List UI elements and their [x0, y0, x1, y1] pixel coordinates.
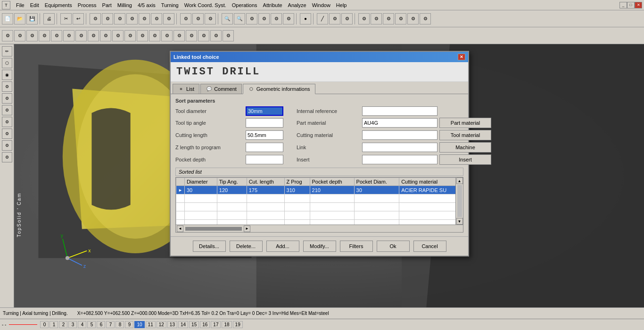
add-btn[interactable]: Add...: [266, 241, 299, 252]
link-input[interactable]: [362, 143, 438, 152]
btn-t9[interactable]: ⚙: [192, 13, 204, 24]
menu-operations[interactable]: Operations: [229, 1, 260, 9]
internal-ref-input[interactable]: [362, 106, 438, 116]
hscroll-right[interactable]: ►: [244, 225, 250, 232]
page-0[interactable]: 0: [40, 321, 49, 328]
btn2-1[interactable]: ⚙: [2, 30, 13, 41]
page-5[interactable]: 5: [87, 321, 96, 328]
table-vscroll[interactable]: ▲ ▼: [455, 177, 463, 225]
btn-new[interactable]: 📄: [2, 13, 13, 24]
btn-t1[interactable]: ⚙: [90, 13, 101, 24]
vscroll-down[interactable]: ▼: [456, 218, 463, 225]
btn-t14[interactable]: ⚙: [258, 13, 270, 24]
page-19[interactable]: 19: [233, 321, 243, 328]
btn2-3[interactable]: ⚙: [26, 30, 38, 41]
btn2-8[interactable]: ⚙: [88, 30, 99, 41]
btn-t4[interactable]: ⚙: [126, 13, 138, 24]
sidebar-btn-2[interactable]: ⬡: [2, 58, 12, 68]
btn2-16[interactable]: ⚙: [186, 30, 197, 41]
dialog-close-btn[interactable]: ✕: [458, 54, 465, 60]
btn2-15[interactable]: ⚙: [173, 30, 185, 41]
window-maximize[interactable]: □: [627, 2, 635, 8]
menu-help[interactable]: Help: [333, 1, 350, 9]
page-3[interactable]: 3: [68, 321, 77, 328]
btn-line[interactable]: ╱: [317, 13, 328, 24]
menu-turning[interactable]: Turning: [158, 1, 182, 9]
menu-milling[interactable]: Milling: [115, 1, 135, 9]
btn-cam2[interactable]: ⚙: [371, 13, 382, 24]
tab-list[interactable]: ≡ List: [173, 84, 199, 94]
sidebar-btn-10[interactable]: ⚙: [2, 152, 12, 162]
btn-t3[interactable]: ⚙: [114, 13, 125, 24]
table-row[interactable]: [176, 203, 463, 211]
menu-4-5-axis[interactable]: 4/5 axis: [135, 1, 158, 9]
part-material-btn[interactable]: Part material: [439, 118, 491, 128]
table-row[interactable]: [176, 194, 463, 203]
btn-t16[interactable]: ⚙: [283, 13, 294, 24]
tab-geometric[interactable]: ⬡ Geometric informations: [243, 84, 315, 94]
btn-cam4[interactable]: ⚙: [395, 13, 406, 24]
page-14[interactable]: 14: [178, 321, 188, 328]
pocket-depth-input[interactable]: [246, 155, 283, 164]
page-18[interactable]: 18: [222, 321, 231, 328]
sidebar-btn-3[interactable]: ◉: [2, 70, 12, 80]
modify-btn[interactable]: Modify...: [303, 241, 336, 252]
page-6[interactable]: 6: [97, 321, 105, 328]
tool-tip-angle-input[interactable]: [246, 118, 283, 128]
table-scroll-area[interactable]: Diameter Tip Ang. Cut. length Z Prog Poc…: [176, 177, 463, 225]
z-length-input[interactable]: [246, 143, 283, 152]
menu-file[interactable]: File: [13, 1, 27, 9]
vscroll-up[interactable]: ▲: [456, 177, 463, 184]
table-row[interactable]: ► 30 120 175 310 210 30 ACIER RAPIDE SU: [176, 186, 463, 194]
btn-undo[interactable]: ↩: [73, 13, 84, 24]
menu-equipments[interactable]: Equipments: [42, 1, 75, 9]
btn-cam6[interactable]: ⚙: [420, 13, 431, 24]
machine-btn[interactable]: Machine: [439, 142, 491, 153]
page-4[interactable]: 4: [78, 321, 86, 328]
filters-btn[interactable]: Filters: [340, 241, 373, 252]
details-btn[interactable]: Details...: [193, 241, 226, 252]
tool-diameter-input[interactable]: [246, 106, 283, 116]
btn-cam5[interactable]: ⚙: [407, 13, 419, 24]
btn-t18[interactable]: ⚙: [341, 13, 353, 24]
page-9[interactable]: 9: [125, 321, 133, 328]
btn2-12[interactable]: ⚙: [137, 30, 148, 41]
btn2-19[interactable]: ⚙: [223, 30, 234, 41]
table-hscroll[interactable]: ◄ ►: [175, 225, 463, 233]
btn-t2[interactable]: ⚙: [102, 13, 113, 24]
part-material-input[interactable]: [362, 118, 438, 128]
btn-dot[interactable]: ●: [300, 13, 311, 24]
btn-t12[interactable]: 🔍: [234, 13, 245, 24]
menu-process[interactable]: Process: [75, 1, 99, 9]
window-minimize[interactable]: _: [619, 2, 627, 8]
btn-t17[interactable]: ⚙: [329, 13, 340, 24]
menu-edit[interactable]: Edit: [27, 1, 42, 9]
insert-btn[interactable]: Insert: [439, 154, 491, 165]
btn-t7[interactable]: ⚙: [163, 13, 174, 24]
btn-open[interactable]: 📂: [14, 13, 25, 24]
page-17[interactable]: 17: [211, 321, 221, 328]
hscroll-left[interactable]: ◄: [177, 225, 183, 232]
btn-t5[interactable]: ⚙: [139, 13, 150, 24]
btn-t13[interactable]: ⚙: [246, 13, 257, 24]
page-1[interactable]: 1: [50, 321, 58, 328]
sidebar-btn-4[interactable]: ⚙: [2, 81, 12, 92]
menu-work-coord[interactable]: Work Coord. Syst.: [182, 1, 229, 9]
window-close[interactable]: ✕: [635, 2, 642, 8]
hscroll-thumb[interactable]: [185, 227, 242, 231]
cutting-length-input[interactable]: [246, 130, 283, 140]
btn-t15[interactable]: ⚙: [271, 13, 282, 24]
tab-comment[interactable]: 💬 Comment: [200, 84, 242, 94]
btn2-11[interactable]: ⚙: [124, 30, 136, 41]
delete-btn[interactable]: Delete...: [230, 241, 263, 252]
btn-t8[interactable]: ⚙: [180, 13, 191, 24]
btn2-17[interactable]: ⚙: [198, 30, 209, 41]
sidebar-btn-5[interactable]: ⚙: [2, 93, 12, 104]
page-11[interactable]: 11: [146, 321, 156, 328]
page-15[interactable]: 15: [189, 321, 199, 328]
btn-print[interactable]: 🖨: [43, 13, 55, 24]
page-13[interactable]: 13: [167, 321, 177, 328]
ok-btn[interactable]: Ok: [377, 241, 410, 252]
btn2-13[interactable]: ⚙: [149, 30, 160, 41]
cancel-btn[interactable]: Cancel: [413, 241, 446, 252]
